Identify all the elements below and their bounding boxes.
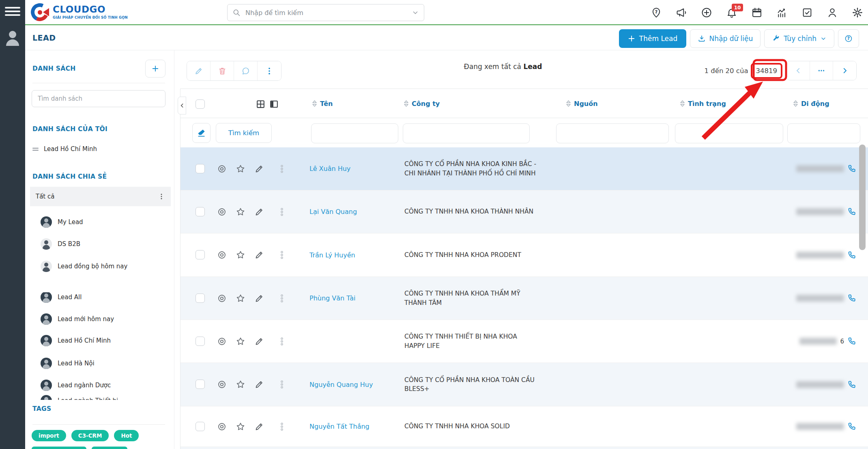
global-search[interactable] <box>227 4 424 21</box>
sidebar-item[interactable]: Lead đồng bộ hôm nay <box>41 260 127 272</box>
phone-icon[interactable] <box>847 422 857 431</box>
sidebar-item[interactable]: Lead ngành Thiết bị <box>41 395 118 400</box>
sidebar-item[interactable]: Lead Hà Nội <box>41 357 95 369</box>
filter-input-status[interactable] <box>675 123 783 143</box>
import-data-button[interactable]: Nhập dữ liệu <box>690 29 761 48</box>
bulk-delete-button[interactable] <box>211 61 234 80</box>
bulk-comment-button[interactable] <box>234 61 258 80</box>
table-row[interactable]: Trần Lý Huyền CÔNG TY TNHH NHA KHOA PROD… <box>180 233 868 277</box>
column-header-name[interactable]: Tên <box>312 89 333 118</box>
lead-name-link[interactable]: Lê Xuân Huy <box>309 147 395 190</box>
sidebar-item-lead-hcm[interactable]: Lead Hồ Chí Minh <box>32 145 97 153</box>
drag-handle-icon[interactable] <box>279 250 284 260</box>
phone-icon[interactable] <box>847 250 857 260</box>
star-icon[interactable] <box>236 250 245 260</box>
edit-icon[interactable] <box>254 380 264 389</box>
grid-view-icon[interactable] <box>256 99 266 109</box>
calendar-icon[interactable] <box>751 7 763 18</box>
column-header-mobile[interactable]: Di động <box>793 89 829 118</box>
select-all-checkbox[interactable] <box>196 99 205 109</box>
filter-input-source[interactable] <box>556 123 669 143</box>
sidebar-item[interactable]: DS B2B <box>41 238 80 250</box>
edit-icon[interactable] <box>254 294 264 303</box>
phone-icon[interactable] <box>847 380 857 389</box>
star-icon[interactable] <box>236 207 245 217</box>
star-icon[interactable] <box>236 164 245 174</box>
add-list-button[interactable] <box>145 60 165 78</box>
sidebar-item[interactable]: Lead Hồ Chí Minh <box>41 335 111 347</box>
page-jump-button[interactable] <box>810 61 833 80</box>
kebab-menu-icon[interactable] <box>158 193 165 200</box>
add-lead-button[interactable]: Thêm Lead <box>619 29 686 48</box>
edit-icon[interactable] <box>254 250 264 260</box>
app-logo[interactable]: CLOUDGO GIẢI PHÁP CHUYỂN ĐỔI SỐ TINH GỌN <box>30 2 128 22</box>
row-checkbox[interactable] <box>196 337 205 346</box>
table-row[interactable]: Lại Văn Quang CÔNG TY TNHH NHA KHOA THÀN… <box>180 190 868 233</box>
drag-handle-icon[interactable] <box>279 294 284 303</box>
sidebar-item[interactable]: My Lead <box>41 216 83 228</box>
sidebar-item[interactable]: Lead ngành Dược <box>41 379 111 391</box>
drag-handle-icon[interactable] <box>279 164 284 174</box>
sidebar-item-all[interactable]: Tất cả <box>30 187 171 206</box>
sort-icon[interactable] <box>312 99 317 108</box>
table-search-button[interactable]: Tìm kiếm <box>216 123 272 143</box>
next-page-button[interactable] <box>833 61 856 80</box>
lead-name-link[interactable]: Trần Lý Huyền <box>309 233 395 276</box>
phone-icon[interactable] <box>847 337 857 346</box>
star-icon[interactable] <box>236 422 245 432</box>
table-row[interactable]: Lê Xuân Huy CÔNG TY CỔ PHẦN NHA KHOA KIN… <box>180 147 868 190</box>
star-icon[interactable] <box>236 337 245 346</box>
clear-filters-button[interactable] <box>192 123 211 143</box>
customize-button[interactable]: Tùy chỉnh <box>764 29 834 48</box>
star-icon[interactable] <box>236 294 245 303</box>
prev-page-button[interactable] <box>787 61 810 80</box>
table-row[interactable]: Phùng Văn Tài CÔNG TY TNHH NHA KHOA THẨM… <box>180 277 868 320</box>
column-header-company[interactable]: Công ty <box>404 89 440 118</box>
table-row[interactable]: CÔNG TY TNHH THIẾT BỊ NHA KHOA HAPPY LIF… <box>180 320 868 363</box>
user-icon[interactable] <box>827 7 838 18</box>
lead-name-link[interactable]: Nguyễn Tất Thắng <box>309 406 395 447</box>
sidebar-item[interactable]: Lead mới hôm nay <box>41 313 114 325</box>
row-checkbox[interactable] <box>196 380 205 389</box>
edit-icon[interactable] <box>254 422 264 432</box>
tag-chip-partial[interactable] <box>32 447 86 449</box>
lead-name-link[interactable]: Phùng Văn Tài <box>309 277 395 319</box>
preview-icon[interactable] <box>217 207 227 217</box>
tag-chip[interactable]: C3-CRM <box>71 430 109 441</box>
row-checkbox[interactable] <box>196 294 205 303</box>
hamburger-menu-icon[interactable] <box>5 5 20 18</box>
phone-icon[interactable] <box>847 294 857 303</box>
help-button[interactable] <box>838 29 859 48</box>
phone-icon[interactable] <box>847 164 857 173</box>
location-help-icon[interactable] <box>651 7 662 18</box>
preview-icon[interactable] <box>217 164 227 174</box>
sort-icon[interactable] <box>404 99 409 108</box>
star-icon[interactable] <box>236 380 245 389</box>
column-view-icon[interactable] <box>269 99 279 109</box>
phone-icon[interactable] <box>847 207 857 216</box>
tag-chip[interactable]: import <box>32 430 66 441</box>
list-search-input[interactable] <box>32 90 165 107</box>
drag-handle-icon[interactable] <box>279 380 284 389</box>
edit-icon[interactable] <box>254 207 264 217</box>
lead-name-link[interactable] <box>309 320 395 363</box>
column-header-status[interactable]: Tình trạng <box>680 89 726 118</box>
drag-handle-icon[interactable] <box>279 337 284 346</box>
row-checkbox[interactable] <box>196 422 205 431</box>
filter-input-company[interactable] <box>403 123 530 143</box>
sort-icon[interactable] <box>793 99 798 108</box>
bell-icon[interactable]: 10 <box>726 7 737 18</box>
collapse-sidebar-button[interactable] <box>178 97 186 114</box>
preview-icon[interactable] <box>217 422 227 432</box>
preview-icon[interactable] <box>217 250 227 260</box>
preview-icon[interactable] <box>217 337 227 346</box>
gear-icon[interactable] <box>852 7 863 18</box>
tag-chip-partial[interactable] <box>92 447 127 449</box>
task-check-icon[interactable] <box>801 7 813 18</box>
vertical-scrollbar[interactable] <box>859 145 866 250</box>
plus-circle-icon[interactable] <box>701 7 712 18</box>
tag-chip[interactable]: Hot <box>114 430 139 441</box>
edit-icon[interactable] <box>254 337 264 346</box>
lead-name-link[interactable]: Lại Văn Quang <box>309 190 395 233</box>
chevron-down-icon[interactable] <box>412 9 419 16</box>
